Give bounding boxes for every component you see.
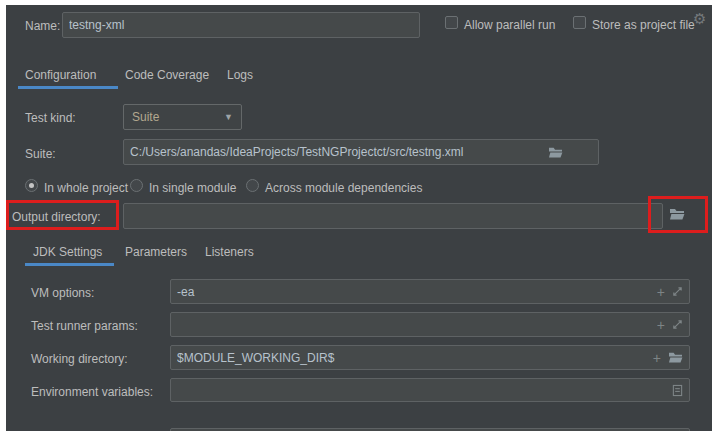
env-vars-input[interactable] — [177, 383, 665, 397]
tab-jdk-settings[interactable]: JDK Settings — [33, 245, 102, 259]
working-dir-label: Working directory: — [31, 352, 127, 366]
plus-icon[interactable]: + — [653, 352, 661, 364]
name-input[interactable] — [69, 18, 413, 32]
test-runner-label: Test runner params: — [31, 319, 138, 333]
allow-parallel-label: Allow parallel run — [464, 18, 555, 32]
active-tab-underline — [18, 86, 118, 89]
env-vars-label: Environment variables: — [31, 385, 153, 399]
radio-single-module[interactable] — [130, 179, 143, 192]
tab-configuration[interactable]: Configuration — [25, 68, 96, 82]
folder-icon[interactable] — [548, 146, 563, 159]
store-project-label: Store as project file — [592, 18, 695, 32]
radio-whole-project-label: In whole project — [44, 181, 128, 195]
tab-listeners[interactable]: Listeners — [205, 245, 254, 259]
env-vars-field[interactable] — [170, 378, 690, 402]
active-subtab-underline — [25, 263, 114, 266]
output-dir-input[interactable] — [130, 209, 656, 223]
plus-icon[interactable]: + — [657, 286, 665, 298]
allow-parallel-checkbox[interactable] — [445, 16, 458, 29]
radio-across-modules[interactable] — [246, 179, 259, 192]
chevron-down-icon: ▼ — [224, 112, 233, 122]
suite-field[interactable] — [123, 139, 599, 165]
vm-options-label: VM options: — [31, 286, 94, 300]
plus-icon[interactable]: + — [657, 319, 665, 331]
vm-options-input[interactable] — [177, 285, 650, 299]
output-dir-label: Output directory: — [12, 210, 101, 224]
run-configuration-dialog: Name: Allow parallel run Store as projec… — [6, 5, 712, 431]
output-dir-folder-icon[interactable] — [669, 207, 685, 221]
expand-icon[interactable] — [672, 319, 683, 330]
gear-icon[interactable]: ⚙ — [693, 11, 706, 27]
partial-bottom-field[interactable] — [170, 428, 690, 431]
test-kind-value: Suite — [132, 110, 159, 124]
radio-across-modules-label: Across module dependencies — [265, 181, 422, 195]
folder-icon[interactable] — [668, 351, 683, 364]
test-runner-field[interactable]: + — [170, 312, 690, 337]
expand-icon[interactable] — [672, 286, 683, 297]
test-kind-dropdown[interactable]: Suite ▼ — [123, 104, 242, 130]
tab-logs[interactable]: Logs — [227, 68, 253, 82]
store-project-checkbox[interactable] — [573, 16, 586, 29]
tab-code-coverage[interactable]: Code Coverage — [125, 68, 209, 82]
test-runner-input[interactable] — [177, 318, 650, 332]
vm-options-field[interactable]: + — [170, 279, 690, 304]
test-kind-label: Test kind: — [25, 111, 76, 125]
suite-path-input[interactable] — [130, 145, 541, 159]
output-dir-field[interactable] — [123, 203, 663, 229]
screenshot-root: { "header": { "name_label": "Name:", "na… — [0, 0, 720, 438]
name-field[interactable] — [62, 12, 420, 38]
browse-variables-icon[interactable] — [672, 384, 683, 397]
working-dir-input[interactable] — [177, 351, 646, 365]
tab-parameters[interactable]: Parameters — [125, 245, 187, 259]
suite-label: Suite: — [25, 147, 56, 161]
radio-single-module-label: In single module — [149, 181, 236, 195]
radio-whole-project[interactable] — [25, 179, 38, 192]
name-label: Name: — [25, 19, 60, 33]
working-dir-field[interactable]: + — [170, 345, 690, 370]
